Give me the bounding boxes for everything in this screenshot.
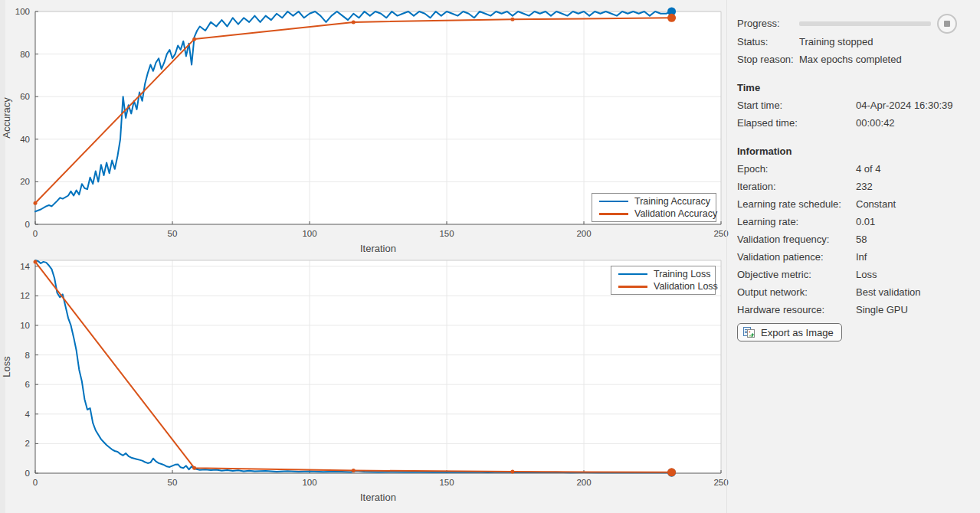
validation-loss-line-sample xyxy=(618,286,647,288)
info-row: Iteration:232 xyxy=(737,178,972,195)
progress-bar xyxy=(799,21,931,26)
info-value: Best validation xyxy=(856,286,921,298)
info-value: 4 of 4 xyxy=(856,163,881,175)
info-value: Max epochs completed xyxy=(799,54,902,65)
loss-legend: Training Loss Validation Loss xyxy=(611,266,716,295)
validation-marker xyxy=(510,18,514,21)
progress-label: Progress: xyxy=(737,18,799,29)
info-label: Status: xyxy=(737,36,799,47)
y-axis-label: Accuracy xyxy=(1,97,12,139)
info-label: Epoch: xyxy=(737,163,856,175)
final-point-dot xyxy=(667,14,676,22)
validation-marker xyxy=(192,38,196,41)
info-label: Learning rate: xyxy=(737,216,856,227)
validation-accuracy-line-sample xyxy=(599,213,628,215)
info-label: Validation frequency: xyxy=(737,234,856,245)
validation-marker xyxy=(34,201,38,205)
legend-entry: Training Loss xyxy=(618,268,710,280)
y-tick-label: 14 xyxy=(20,262,30,271)
info-label: Validation patience: xyxy=(737,251,856,263)
y-tick-label: 0 xyxy=(25,469,30,478)
y-tick-label: 4 xyxy=(25,410,31,419)
loss-chart: 05010015020025002468101214IterationLoss xyxy=(0,256,736,513)
info-label: Output network: xyxy=(737,286,856,298)
info-label: Hardware resource: xyxy=(737,304,856,315)
validation-marker xyxy=(192,466,196,470)
panel-rows: Status:Training stoppedStop reason:Max e… xyxy=(737,33,972,319)
x-tick-label: 200 xyxy=(576,478,591,487)
export-as-image-button[interactable]: Export as Image xyxy=(737,323,842,341)
section-header: Time xyxy=(737,79,972,96)
training-info-panel: Progress: Status:Training stoppedStop re… xyxy=(737,14,972,341)
y-tick-label: 8 xyxy=(25,351,30,360)
legend-entry: Validation Loss xyxy=(618,281,710,293)
info-value: 58 xyxy=(856,234,867,245)
section-header: Information xyxy=(737,142,972,160)
info-label: Learning rate schedule: xyxy=(737,198,856,210)
export-button-label: Export as Image xyxy=(761,327,834,338)
y-tick-label: 60 xyxy=(20,92,30,101)
x-tick-label: 0 xyxy=(33,478,38,487)
legend-label: Training Accuracy xyxy=(634,196,710,207)
info-label: Stop reason: xyxy=(737,54,799,65)
info-row: Validation frequency:58 xyxy=(737,230,972,248)
info-row: Learning rate schedule:Constant xyxy=(737,195,972,213)
x-tick-label: 200 xyxy=(576,229,591,238)
info-value: Loss xyxy=(856,269,877,280)
info-row: Start time:04-Apr-2024 16:30:39 xyxy=(737,96,972,114)
y-tick-label: 20 xyxy=(20,177,30,186)
validation-marker xyxy=(34,260,38,263)
info-value: Constant xyxy=(856,198,896,210)
info-value: 00:00:42 xyxy=(856,117,895,129)
info-value: Single GPU xyxy=(856,304,908,315)
validation-marker xyxy=(510,470,514,474)
accuracy-legend: Training Accuracy Validation Accuracy xyxy=(592,193,716,222)
info-label: Elapsed time: xyxy=(737,117,856,129)
info-value: 04-Apr-2024 16:30:39 xyxy=(856,100,952,111)
info-label: Objective metric: xyxy=(737,269,856,280)
legend-label: Validation Loss xyxy=(654,281,718,292)
info-row: Elapsed time:00:00:42 xyxy=(737,114,972,132)
x-tick-label: 50 xyxy=(168,229,178,238)
y-tick-label: 2 xyxy=(25,439,30,448)
info-row: Status:Training stopped xyxy=(737,33,972,51)
info-row: Stop reason:Max epochs completed xyxy=(737,51,972,68)
legend-entry: Validation Accuracy xyxy=(599,208,711,221)
y-tick-label: 80 xyxy=(20,50,30,59)
x-tick-label: 150 xyxy=(439,478,454,487)
x-tick-label: 100 xyxy=(302,478,316,487)
legend-label: Training Loss xyxy=(654,269,711,279)
info-row: Objective metric:Loss xyxy=(737,266,972,283)
x-tick-label: 100 xyxy=(302,229,316,238)
y-tick-label: 40 xyxy=(20,135,30,144)
progress-row: Progress: xyxy=(737,14,972,33)
x-tick-label: 50 xyxy=(168,478,178,487)
stop-button[interactable] xyxy=(937,14,957,34)
info-row: Epoch:4 of 4 xyxy=(737,160,972,178)
legend-label: Validation Accuracy xyxy=(634,208,717,219)
info-label: Start time: xyxy=(737,100,856,111)
training-plots: 050100150200250020406080100IterationAccu… xyxy=(0,0,736,513)
training-accuracy-line-sample xyxy=(599,201,628,203)
export-image-icon xyxy=(742,326,755,338)
info-row: Hardware resource:Single GPU xyxy=(737,301,972,319)
info-value: 232 xyxy=(856,181,873,192)
info-label: Iteration: xyxy=(737,181,856,192)
x-tick-label: 150 xyxy=(439,229,454,238)
legend-entry: Training Accuracy xyxy=(599,195,711,207)
y-axis-label: Loss xyxy=(1,356,12,377)
info-value: Inf xyxy=(856,251,867,263)
y-tick-label: 10 xyxy=(20,321,30,330)
x-axis-label: Iteration xyxy=(360,243,396,254)
info-row: Learning rate:0.01 xyxy=(737,213,972,230)
panel-separator xyxy=(726,0,727,513)
x-tick-label: 0 xyxy=(33,229,38,238)
y-tick-label: 100 xyxy=(15,7,30,16)
stop-icon xyxy=(944,21,950,27)
training-loss-line-sample xyxy=(618,273,647,276)
info-value: Training stopped xyxy=(799,36,873,47)
y-tick-label: 12 xyxy=(20,291,30,300)
validation-marker xyxy=(352,20,356,24)
y-tick-label: 0 xyxy=(25,220,30,229)
info-row: Validation patience:Inf xyxy=(737,248,972,266)
